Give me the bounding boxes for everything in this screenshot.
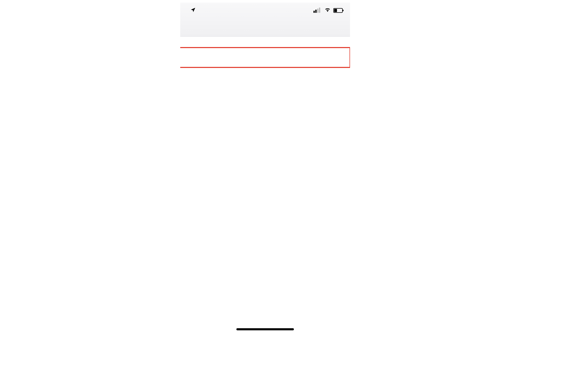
cellular-signal-icon bbox=[313, 7, 321, 15]
status-right bbox=[313, 7, 343, 15]
iphone-settings-screen bbox=[180, 3, 350, 332]
status-left bbox=[188, 7, 196, 15]
home-indicator[interactable] bbox=[236, 328, 294, 330]
canvas bbox=[0, 0, 588, 392]
highlight-box bbox=[180, 47, 350, 68]
navbar bbox=[180, 18, 350, 37]
location-arrow-icon bbox=[190, 7, 196, 15]
battery-icon bbox=[333, 8, 343, 13]
wifi-icon bbox=[324, 7, 331, 15]
status-bar bbox=[180, 3, 350, 18]
